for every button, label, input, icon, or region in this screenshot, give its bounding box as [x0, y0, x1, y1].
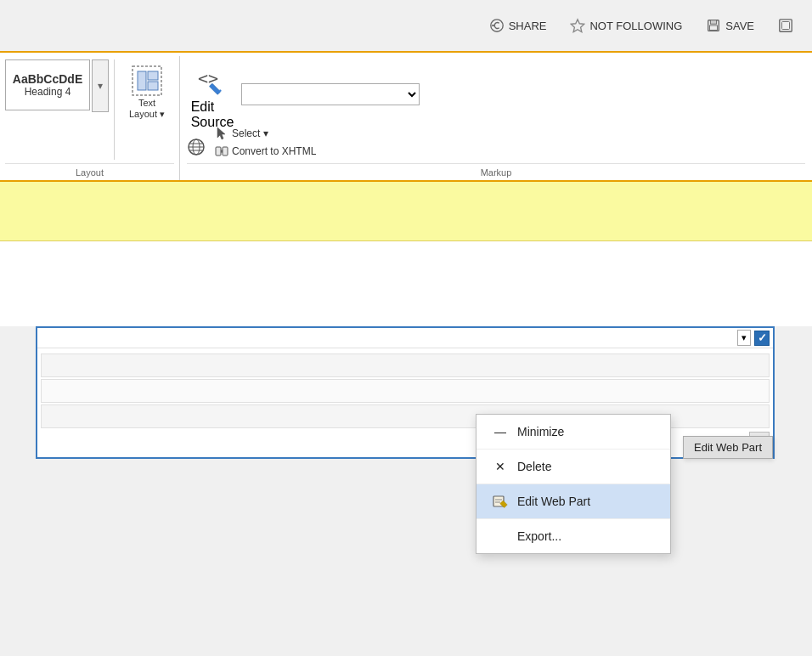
markup-row-3: Convert to XHTML — [209, 141, 805, 161]
globe-icon — [187, 138, 206, 156]
webpart-checkbox[interactable]: ✓ — [754, 331, 770, 346]
cursor-icon — [215, 127, 228, 140]
heading-picker: AaBbCcDdE Heading 4 ▾ — [5, 59, 109, 112]
svg-rect-22 — [223, 147, 228, 156]
save-icon — [706, 18, 721, 33]
svg-text:<>: <> — [198, 68, 218, 88]
heading-name: Heading 4 — [25, 86, 71, 98]
svg-rect-8 — [133, 66, 161, 95]
save-button[interactable]: SAVE — [697, 13, 763, 38]
svg-marker-2 — [572, 20, 584, 32]
minimize-icon: — — [492, 423, 509, 440]
share-icon — [489, 18, 505, 33]
markup-dropdown[interactable] — [241, 83, 420, 105]
text-layout-arrow: ▾ — [160, 109, 165, 119]
context-menu-edit-label: Edit Web Part — [517, 495, 590, 508]
edit-source-icon: <> — [196, 64, 228, 99]
convert-label: Convert to XHTML — [232, 145, 316, 157]
select-arrow: ▾ — [263, 127, 268, 139]
layout-section-label: Layout — [5, 163, 174, 180]
tooltip: Edit Web Part — [683, 436, 773, 459]
ribbon: AaBbCcDdE Heading 4 ▾ — [0, 53, 812, 182]
top-bar: SHARE NOT FOLLOWING SAVE — [0, 0, 812, 53]
context-menu-export-label: Export... — [517, 529, 561, 543]
share-button[interactable]: SHARE — [481, 13, 555, 38]
star-icon — [570, 18, 585, 33]
markup-section-label: Markup — [187, 163, 805, 180]
select-label: Select — [232, 127, 260, 139]
delete-icon: ✕ — [492, 458, 509, 475]
white-area — [0, 241, 812, 326]
context-menu-edit-web-part[interactable]: Edit Web Part — [476, 484, 670, 519]
following-label: NOT FOLLOWING — [589, 20, 682, 32]
layout-section: AaBbCcDdE Heading 4 ▾ — [0, 56, 180, 180]
fullscreen-icon — [778, 18, 793, 33]
tooltip-label: Edit Web Part — [694, 441, 762, 454]
webpart-dropdown-arrow: ▾ — [742, 332, 747, 343]
svg-rect-5 — [710, 25, 718, 30]
webpart-header: ▾ ✓ — [37, 328, 773, 348]
svg-rect-21 — [216, 147, 221, 156]
following-button[interactable]: NOT FOLLOWING — [561, 13, 691, 38]
svg-rect-4 — [711, 20, 717, 25]
heading-scroll-btn[interactable]: ▾ — [92, 59, 109, 112]
content-area — [0, 182, 812, 241]
svg-marker-20 — [217, 127, 225, 139]
context-menu-minimize[interactable]: — Minimize — [476, 415, 670, 450]
heading-style-box[interactable]: AaBbCcDdE Heading 4 — [5, 59, 90, 110]
text-layout-icon — [130, 64, 164, 98]
svg-point-1 — [492, 25, 494, 27]
svg-rect-6 — [780, 20, 792, 31]
svg-rect-11 — [148, 82, 158, 90]
share-label: SHARE — [509, 20, 547, 32]
export-icon — [492, 528, 509, 545]
convert-icon — [215, 144, 228, 158]
context-menu-delete[interactable]: ✕ Delete — [476, 450, 670, 484]
convert-xhtml-button[interactable]: Convert to XHTML — [209, 141, 322, 161]
edit-web-part-icon — [492, 493, 509, 510]
text-layout-button[interactable]: Text Layout ▾ — [120, 59, 174, 124]
context-menu-delete-label: Delete — [517, 460, 551, 473]
context-menu: — Minimize ✕ Delete Edit Web Part Export… — [476, 414, 671, 554]
webpart-row-1 — [41, 353, 770, 377]
svg-rect-7 — [782, 22, 790, 30]
svg-rect-9 — [138, 71, 146, 90]
save-label: SAVE — [725, 20, 754, 32]
chevron-down-icon: ▾ — [98, 80, 103, 92]
context-menu-minimize-label: Minimize — [517, 425, 564, 438]
svg-rect-10 — [148, 71, 158, 80]
webpart-dropdown-button[interactable]: ▾ — [737, 330, 751, 346]
markup-section: <> Edit Source — [180, 56, 812, 180]
text-layout-label: Text Layout ▾ — [124, 98, 170, 120]
webpart-row-2 — [41, 379, 770, 403]
context-menu-export[interactable]: Export... — [476, 519, 670, 553]
checkmark-icon: ✓ — [758, 331, 767, 344]
separator-1 — [114, 59, 115, 160]
fullscreen-button[interactable] — [770, 13, 802, 38]
heading-style-text: AaBbCcDdE — [13, 72, 82, 86]
